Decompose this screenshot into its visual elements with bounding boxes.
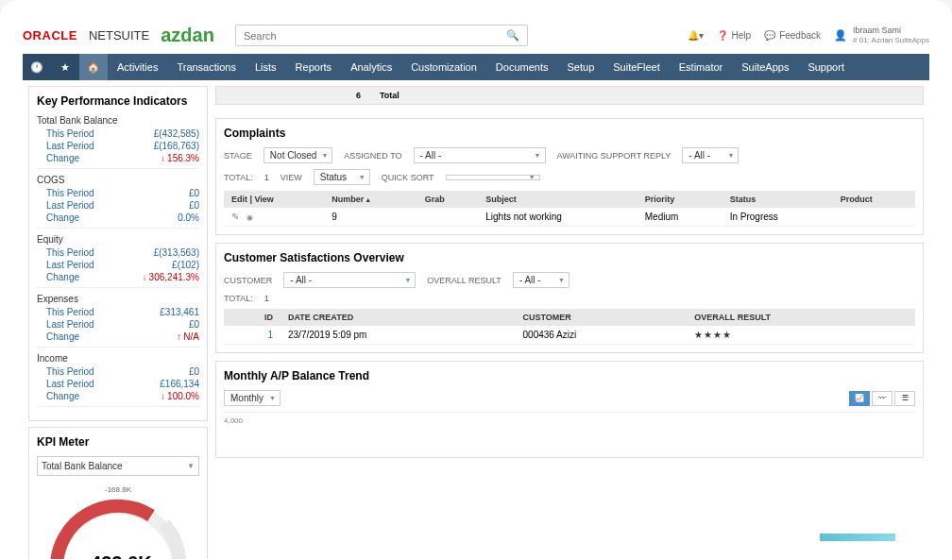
chart-line-icon[interactable]: 〰: [872, 391, 892, 406]
cell-result: ★★★★: [687, 326, 915, 345]
nav-estimator[interactable]: Estimator: [670, 54, 732, 80]
quicksort-label: QUICK SORT: [382, 173, 434, 182]
top-bar: ORACLE NETSUITE azdan 🔍 🔔▾ ❓ Help 💬 Feed…: [23, 17, 929, 54]
kpi-row: Last Period£0: [37, 199, 199, 212]
nav-analytics[interactable]: Analytics: [341, 54, 401, 80]
nav-home-icon[interactable]: 🏠: [79, 54, 108, 80]
nav-support[interactable]: Support: [798, 54, 854, 80]
view-select[interactable]: Status: [314, 169, 370, 185]
cell-id[interactable]: 1: [224, 326, 280, 345]
kpi-row-label: Change: [46, 272, 79, 282]
col-date[interactable]: DATE CREATED: [280, 309, 516, 326]
arrow-down-icon: [143, 272, 147, 282]
kpi-row-label: Last Period: [46, 260, 94, 270]
meter-title: KPI Meter: [37, 435, 199, 449]
chart-area-icon[interactable]: 📈: [849, 391, 870, 406]
feedback-link[interactable]: 💬 Feedback: [764, 30, 821, 41]
kpi-group: EquityThis Period£(313,563)Last Period£(…: [37, 234, 199, 288]
table-row[interactable]: 9 Lights not working Medium In Progress: [224, 208, 915, 227]
search-input[interactable]: [244, 30, 506, 42]
gauge-mid-label: -168.8K: [38, 485, 198, 494]
arrow-down-icon: [161, 153, 165, 163]
kpi-group-name: Expenses: [37, 294, 199, 304]
kpi-group: COGSThis Period£0Last Period£0Change0.0%: [37, 175, 199, 229]
kpi-row-label: Change: [46, 331, 79, 342]
period-select[interactable]: Monthly: [224, 390, 280, 406]
col-customer[interactable]: CUSTOMER: [516, 309, 688, 326]
oracle-logo: ORACLE: [23, 28, 77, 42]
nav-documents[interactable]: Documents: [486, 54, 558, 80]
kpi-row-label: This Period: [46, 247, 94, 258]
help-link[interactable]: ❓ Help: [717, 30, 752, 41]
nav-transactions[interactable]: Transactions: [167, 54, 246, 80]
quicksort-select[interactable]: [446, 175, 540, 180]
kpi-row-value: £(432,585): [154, 128, 199, 139]
edit-icon[interactable]: [231, 212, 239, 222]
kpi-group-name: Income: [37, 353, 199, 364]
stage-label: STAGE: [224, 151, 252, 161]
kpi-row: Last Period£(102): [37, 259, 199, 271]
kpi-row: Change0.0%: [37, 212, 199, 224]
kpi-row-label: Change: [46, 391, 79, 401]
kpi-row-value: 306,241.3%: [143, 272, 199, 282]
satisfaction-title: Customer Satisfactions Overview: [224, 251, 915, 264]
satisfaction-card: Customer Satisfactions Overview CUSTOMER…: [215, 243, 924, 353]
table-row[interactable]: 1 23/7/2019 5:09 pm 000436 Azizi ★★★★: [224, 326, 915, 345]
kpi-group: IncomeThis Period£0Last Period£166,134Ch…: [37, 353, 199, 407]
chart-list-icon[interactable]: ☰: [894, 391, 915, 406]
kpi-row-value: 156.3%: [161, 153, 199, 163]
col-result[interactable]: OVERALL RESULT: [687, 309, 915, 326]
nav-activities[interactable]: Activities: [108, 54, 167, 80]
search-box[interactable]: 🔍: [235, 25, 528, 46]
sat-total-label: TOTAL:: [224, 294, 253, 303]
col-product[interactable]: Product: [833, 191, 915, 208]
nav-bar: 🕐 ★ 🏠 Activities Transactions Lists Repo…: [23, 54, 929, 80]
view-icon[interactable]: [246, 212, 253, 222]
user-role: # 01: Azdan SuiteApps: [853, 36, 929, 45]
customer-select[interactable]: - All -: [283, 272, 416, 288]
kpi-row: This Period£313,461: [37, 306, 199, 318]
nav-star-icon[interactable]: ★: [51, 54, 79, 80]
result-label: OVERALL RESULT: [427, 276, 502, 285]
azdan-logo: azdan: [161, 25, 214, 46]
nav-reports[interactable]: Reports: [286, 54, 342, 80]
assigned-select[interactable]: - All -: [414, 147, 546, 163]
col-priority[interactable]: Priority: [638, 191, 722, 208]
kpi-row-label: Change: [46, 212, 79, 223]
col-subject[interactable]: Subject: [478, 191, 637, 208]
assigned-label: ASSIGNED TO: [344, 151, 401, 161]
kpi-row-label: Last Period: [46, 319, 94, 330]
col-status[interactable]: Status: [722, 191, 833, 208]
nav-lists[interactable]: Lists: [246, 54, 286, 80]
kpi-row-value: N/A: [177, 331, 199, 342]
search-icon[interactable]: 🔍: [506, 29, 519, 42]
customer-label: CUSTOMER: [224, 276, 272, 285]
result-select[interactable]: - All -: [513, 272, 570, 288]
kpi-row: This Period£(313,563): [37, 246, 199, 259]
awaiting-select[interactable]: - All -: [682, 147, 739, 163]
satisfaction-table: ID DATE CREATED CUSTOMER OVERALL RESULT …: [224, 309, 915, 345]
cell-priority: Medium: [638, 208, 722, 227]
col-id[interactable]: ID: [224, 309, 280, 326]
nav-customization[interactable]: Customization: [401, 54, 486, 80]
nav-setup[interactable]: Setup: [558, 54, 604, 80]
alerts-icon[interactable]: 🔔▾: [688, 30, 704, 41]
kpi-row: Last Period£0: [37, 318, 199, 331]
kpi-row: This Period£(432,585): [37, 127, 199, 140]
nav-suitefleet[interactable]: SuiteFleet: [604, 54, 670, 80]
nav-recent-icon[interactable]: 🕐: [23, 54, 51, 80]
col-number[interactable]: Number ▴: [324, 191, 417, 208]
col-grab[interactable]: Grab: [417, 191, 479, 208]
meter-select[interactable]: Total Bank Balance▼: [37, 456, 199, 476]
kpi-row-label: Change: [46, 153, 79, 163]
trend-card: Monthly A/P Balance Trend Monthly 📈 〰 ☰ …: [215, 361, 924, 458]
nav-suiteapps[interactable]: SuiteApps: [732, 54, 798, 80]
kpi-row: This Period£0: [37, 365, 199, 378]
user-menu[interactable]: 👤 Ibraam Sami # 01: Azdan SuiteApps: [834, 25, 929, 44]
kpi-row: This Period£0: [37, 187, 199, 199]
kpi-row-value: £0: [189, 319, 199, 330]
col-editview[interactable]: Edit | View: [224, 191, 324, 208]
avatar-icon: 👤: [834, 29, 847, 42]
kpi-row: Change156.3%: [37, 152, 199, 164]
stage-select[interactable]: Not Closed: [264, 147, 332, 163]
